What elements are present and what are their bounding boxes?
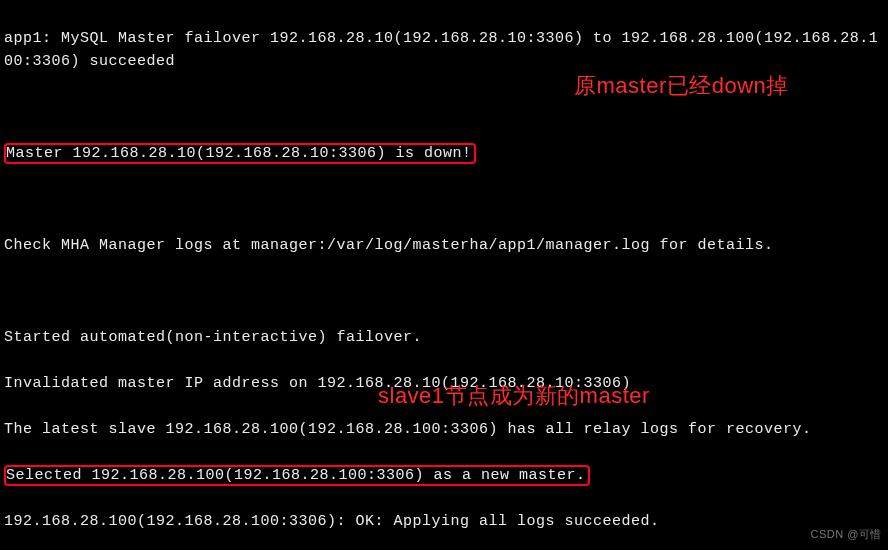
log-line: app1: MySQL Master failover 192.168.28.1… xyxy=(4,30,878,70)
terminal-window[interactable]: app1: MySQL Master failover 192.168.28.1… xyxy=(0,0,888,550)
new-master-selected-message: Selected 192.168.28.100(192.168.28.100:3… xyxy=(4,465,590,486)
log-line: The latest slave 192.168.28.100(192.168.… xyxy=(4,421,812,438)
log-line: Check MHA Manager logs at manager:/var/l… xyxy=(4,237,774,254)
annotation-master-down: 原master已经down掉 xyxy=(574,74,789,97)
annotation-new-master: slave1节点成为新的master xyxy=(378,384,650,407)
watermark-text: CSDN @可惜 xyxy=(811,523,882,546)
log-line: Started automated(non-interactive) failo… xyxy=(4,329,422,346)
master-down-message: Master 192.168.28.10(192.168.28.10:3306)… xyxy=(4,143,476,164)
log-line: 192.168.28.100(192.168.28.100:3306): OK:… xyxy=(4,513,660,530)
